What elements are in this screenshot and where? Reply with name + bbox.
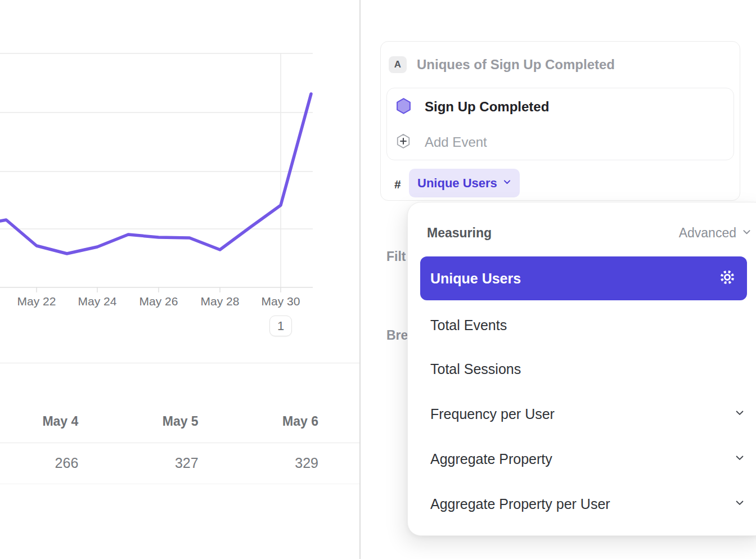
- selected-item-label: Unique Users: [430, 271, 521, 287]
- measurement-prefix: #: [394, 175, 408, 193]
- panel-divider: [359, 0, 361, 559]
- chevron-down-icon: [734, 452, 745, 466]
- menu-item-label: Total Sessions: [430, 361, 521, 377]
- series-card: A Uniques of Sign Up Completed Sign Up C…: [380, 41, 740, 201]
- insights-app-page: May 22May 24May 26May 28May 30 1 May 4 M…: [0, 0, 756, 559]
- advanced-mode-selector[interactable]: Advanced: [679, 226, 752, 241]
- table-value-cell: 266: [0, 455, 78, 471]
- table-header-cell[interactable]: May 4: [0, 414, 78, 429]
- chevron-down-icon: [734, 407, 745, 421]
- measuring-label: Measuring: [427, 226, 492, 241]
- x-axis-label: May 30: [262, 295, 300, 308]
- menu-item-label: Total Events: [430, 317, 507, 333]
- trend-line[interactable]: [0, 94, 311, 254]
- x-axis-label: May 22: [17, 295, 56, 308]
- x-axis-label: May 24: [78, 295, 117, 308]
- x-axis-label: May 26: [140, 295, 178, 308]
- x-axis-label: May 28: [201, 295, 240, 308]
- measurement-selector[interactable]: Unique Users: [409, 169, 520, 197]
- chart-panel: May 22May 24May 26May 28May 30 1 May 4 M…: [0, 0, 360, 559]
- menu-item-total-sessions[interactable]: Total Sessions: [430, 346, 745, 391]
- table-header-row: May 4 May 5 May 6: [0, 409, 318, 434]
- table-row-divider: [0, 484, 360, 484]
- table-value-cell: 327: [78, 455, 198, 471]
- table-header-cell[interactable]: May 5: [78, 414, 198, 429]
- pagination-badge[interactable]: 1: [269, 315, 292, 336]
- event-row[interactable]: Sign Up Completed: [395, 96, 549, 118]
- menu-item-aggregate-property[interactable]: Aggregate Property: [430, 436, 745, 481]
- menu-item-frequency-per-user[interactable]: Frequency per User: [430, 391, 745, 436]
- chevron-down-icon: [734, 497, 745, 511]
- add-event-label: Add Event: [425, 134, 487, 150]
- menu-item-aggregate-property-per-user[interactable]: Aggregate Property per User: [430, 481, 745, 526]
- chevron-down-icon: [741, 227, 752, 240]
- menu-item-label: Frequency per User: [430, 406, 555, 422]
- table-row: 266 327 329: [0, 450, 318, 475]
- measurement-value: Unique Users: [417, 176, 497, 191]
- add-event-icon: [395, 133, 411, 152]
- menu-item-total-events[interactable]: Total Events: [430, 303, 745, 348]
- menu-item-label: Aggregate Property: [430, 451, 552, 467]
- menu-item-unique-users-selected[interactable]: Unique Users: [420, 256, 747, 300]
- chevron-down-icon: [502, 177, 512, 189]
- section-divider: [0, 363, 360, 363]
- table-header-cell[interactable]: May 6: [199, 414, 318, 429]
- table-header-divider: [0, 443, 360, 443]
- table-value-cell: 329: [199, 455, 318, 471]
- add-event-button[interactable]: Add Event: [395, 133, 487, 152]
- line-chart: [0, 0, 360, 337]
- event-name[interactable]: Sign Up Completed: [425, 99, 549, 115]
- measuring-dropdown-header: Measuring Advanced: [427, 218, 752, 247]
- measuring-dropdown: Measuring Advanced Unique Users Total: [407, 202, 756, 536]
- series-title: Uniques of Sign Up Completed: [417, 56, 615, 73]
- filter-section-label: Filt: [386, 249, 406, 264]
- breakdown-section-label: Bre: [386, 328, 408, 343]
- series-letter-badge: A: [389, 56, 407, 73]
- gear-icon[interactable]: [719, 269, 736, 288]
- x-axis-labels: May 22May 24May 26May 28May 30: [0, 295, 360, 309]
- menu-item-label: Aggregate Property per User: [430, 496, 610, 512]
- hexagon-event-icon: [395, 97, 412, 118]
- event-card: Sign Up Completed Add Event: [386, 88, 734, 160]
- advanced-mode-label: Advanced: [679, 226, 736, 241]
